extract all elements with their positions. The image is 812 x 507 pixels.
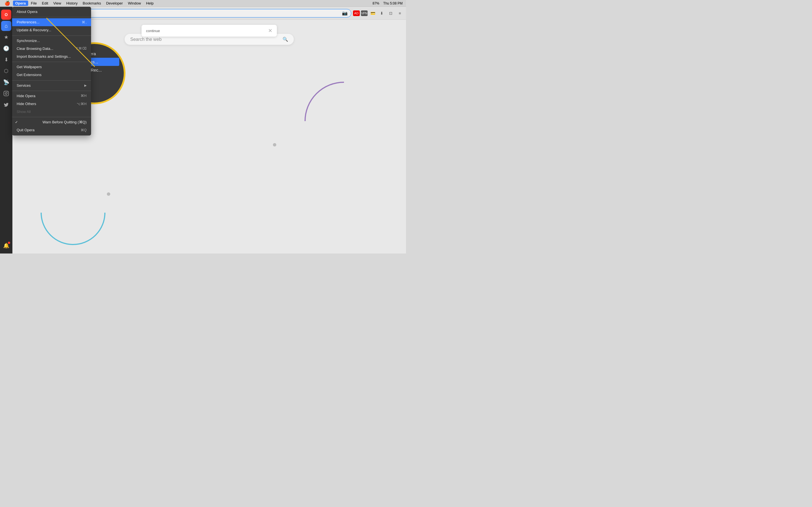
view-menu[interactable]: View: [51, 1, 63, 6]
menu-services[interactable]: Services ▶: [12, 82, 91, 90]
split-button[interactable]: ⊡: [387, 9, 395, 17]
sidebar-downloads-button[interactable]: ⬇: [1, 55, 11, 65]
sidebar-bookmarks-button[interactable]: ★: [1, 32, 11, 42]
edit-menu[interactable]: Edit: [40, 1, 50, 6]
hide-opera-shortcut: ⌘H: [81, 94, 87, 98]
sidebar-feed-button[interactable]: 📡: [1, 77, 11, 87]
sidebar-twitter-button[interactable]: [1, 100, 11, 110]
services-submenu-arrow: ▶: [84, 83, 87, 88]
sidebar-instagram-button[interactable]: [1, 89, 11, 99]
clear-browsing-shortcut: ⇧⌘⌫: [75, 46, 87, 51]
menu-clear-browsing[interactable]: Clear Browsing Data... ⇧⌘⌫: [12, 45, 91, 53]
search-icon: 🔍: [283, 37, 288, 42]
developer-menu[interactable]: Developer: [104, 1, 125, 6]
menu-about-opera[interactable]: About Opera: [12, 8, 91, 16]
vpn-button[interactable]: VPN: [361, 10, 368, 16]
wallet-button[interactable]: 💳: [369, 9, 377, 17]
window-menu[interactable]: Window: [126, 1, 143, 6]
search-placeholder-text: Search the web: [130, 37, 161, 42]
quit-shortcut: ⌘Q: [81, 128, 87, 133]
svg-point-1: [5, 93, 7, 95]
menu-import-bookmarks[interactable]: Import Bookmarks and Settings...: [12, 53, 91, 61]
notification-text: continue: [146, 29, 266, 33]
preferences-shortcut: ⌘,: [82, 20, 87, 25]
sidebar-history-button[interactable]: 🕐: [1, 43, 11, 54]
svg-point-2: [7, 92, 8, 93]
opera-dropdown-menu: About Opera Preferences... ⌘, Update & R…: [12, 7, 91, 135]
battery-status: 87%: [371, 1, 380, 6]
notification-close[interactable]: ✕: [268, 27, 272, 34]
opera-menu-trigger[interactable]: Opera: [13, 1, 28, 6]
menu-warn-quit[interactable]: Warn Before Quitting (⌘Q): [12, 118, 91, 126]
menubar: 🍎 Opera File Edit View History Bookmarks…: [0, 0, 406, 7]
download-button[interactable]: ⬇: [378, 9, 386, 17]
menu-show-all[interactable]: Show All: [12, 108, 91, 116]
notification-bar: continue ✕: [142, 25, 277, 37]
menu-update-recovery[interactable]: Update & Recovery...: [12, 26, 91, 34]
menu-separator-1: [12, 17, 91, 17]
menu-separator-4: [12, 80, 91, 80]
sidebar-extensions-button[interactable]: ⬡: [1, 66, 11, 76]
sidebar: O ⌂ ★ 🕐 ⬇ ⬡ 📡 🔔: [0, 7, 12, 253]
teal-circle-decoration: [41, 180, 105, 245]
menu-synchronize[interactable]: Synchronize...: [12, 37, 91, 45]
time-display: Thu 5:08 PM: [382, 1, 404, 6]
menu-separator-2: [12, 36, 91, 36]
toolbar-right: AD VPN 💳 ⬇ ⊡ ≡: [353, 9, 404, 17]
menu-preferences[interactable]: Preferences... ⌘,: [12, 18, 91, 26]
sidebar-alerts-button[interactable]: 🔔: [1, 240, 11, 251]
menubar-right: 87% Thu 5:08 PM: [371, 1, 404, 6]
dot-decoration-2: [273, 143, 276, 147]
menu-hide-opera[interactable]: Hide Opera ⌘H: [12, 92, 91, 100]
sidebar-home-button[interactable]: ⌂: [1, 21, 11, 31]
purple-circle-decoration: [305, 82, 384, 161]
bookmarks-menu[interactable]: Bookmarks: [80, 1, 103, 6]
apple-menu[interactable]: 🍎: [2, 0, 12, 6]
history-menu[interactable]: History: [64, 1, 80, 6]
dot-decoration-1: [107, 192, 110, 196]
camera-icon: 📷: [342, 10, 348, 16]
svg-rect-0: [4, 91, 9, 96]
menu-get-wallpapers[interactable]: Get Wallpapers: [12, 63, 91, 71]
hide-others-shortcut: ⌥⌘H: [77, 102, 87, 107]
sidebar-opera-button[interactable]: O: [1, 10, 11, 20]
file-menu[interactable]: File: [29, 1, 39, 6]
help-menu[interactable]: Help: [144, 1, 156, 6]
more-button[interactable]: ≡: [396, 9, 404, 17]
menu-separator-5: [12, 91, 91, 91]
menu-quit-opera[interactable]: Quit Opera ⌘Q: [12, 126, 91, 134]
menu-separator-3: [12, 62, 91, 62]
menu-get-extensions[interactable]: Get Extensions: [12, 71, 91, 79]
menubar-left: 🍎 Opera File Edit View History Bookmarks…: [2, 0, 156, 6]
adblock-button[interactable]: AD: [353, 10, 360, 16]
menu-hide-others[interactable]: Hide Others ⌥⌘H: [12, 100, 91, 108]
